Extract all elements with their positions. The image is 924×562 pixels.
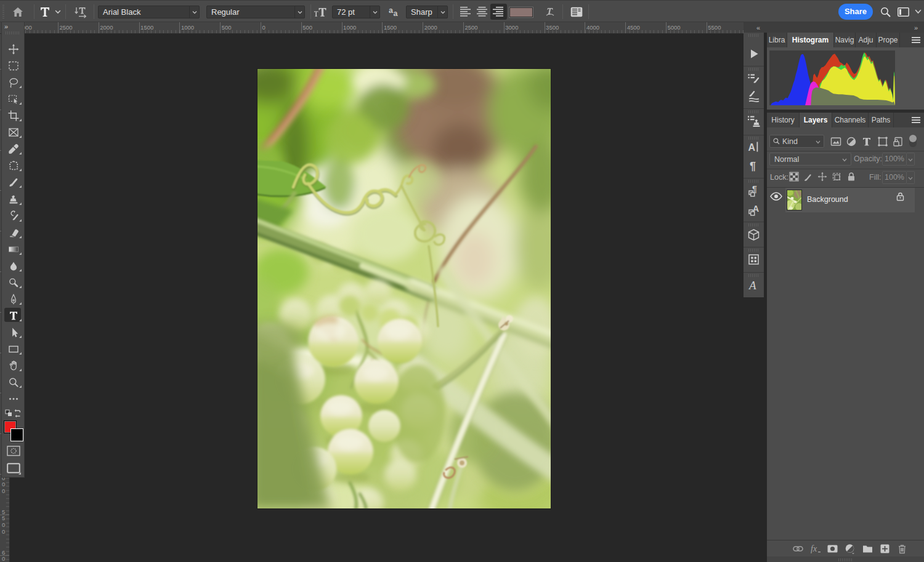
svg-text:A: A [748,142,756,153]
svg-text:a: a [394,9,399,18]
svg-text:A: A [748,279,756,292]
svg-text:¶: ¶ [750,160,756,172]
svg-text:fx: fx [811,544,817,553]
